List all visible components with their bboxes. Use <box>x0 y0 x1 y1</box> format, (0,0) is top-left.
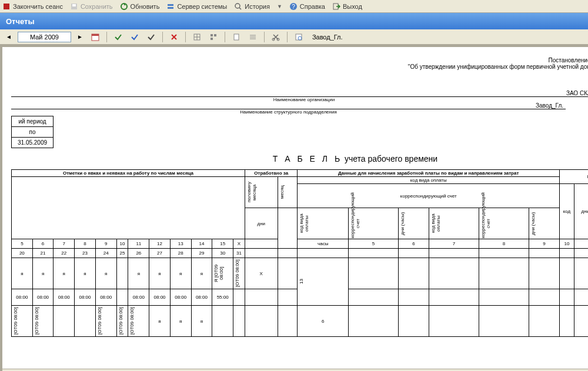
dropdown-arrow[interactable]: ▼ <box>277 4 282 9</box>
cell: я <box>12 258 33 289</box>
cell <box>479 306 529 337</box>
svg-point-6 <box>235 4 240 8</box>
day-cell: 10 <box>116 239 128 249</box>
cell <box>399 258 429 289</box>
list-button[interactable] <box>246 31 259 43</box>
cell: 08:00 <box>75 289 96 306</box>
next-period-button[interactable]: ► <box>75 34 85 40</box>
day-cell: 6 <box>32 239 54 249</box>
cell <box>348 258 398 289</box>
check-dark-button[interactable] <box>145 31 158 43</box>
page-button[interactable] <box>230 31 243 43</box>
timesheet-table: Отметки о явках и неявках на работу по ч… <box>11 169 588 337</box>
sub-corr2: корреспондирующий счет <box>480 209 491 238</box>
cell: 13 <box>298 258 349 306</box>
col-marks: Отметки о явках и неявках на работу по ч… <box>12 170 245 177</box>
preview-button[interactable] <box>292 31 305 43</box>
num-cell: 10 <box>560 239 574 249</box>
cell <box>574 249 588 258</box>
cell <box>560 249 574 258</box>
report-page: Унифицированная форма № Т-13 Постановлен… <box>2 47 588 340</box>
cell <box>429 258 479 289</box>
cell <box>429 249 479 258</box>
dept-sublabel: Наименование структурного подразделения <box>11 109 566 115</box>
num-cell: 6 <box>399 239 429 249</box>
calendar-button[interactable] <box>89 31 102 43</box>
help-button[interactable]: ? Справка <box>289 2 325 11</box>
cell <box>348 306 398 337</box>
cell: я <box>170 258 191 289</box>
col-absence: Неявки по причинам <box>560 170 588 184</box>
svg-rect-71 <box>211 38 213 40</box>
cell: 08:00 <box>12 289 33 306</box>
sub-dn1: дни (часы) <box>400 209 405 238</box>
day-cell: 24 <box>95 249 116 258</box>
cell: я <box>170 306 191 337</box>
server-icon <box>166 2 175 11</box>
cell: [ОТ09 08:00] <box>95 306 116 337</box>
content-area: Отчеты ◄ Май 2009 ► Завод_Гл. <box>0 13 588 371</box>
cell: 08:00 <box>149 289 171 306</box>
check-green-button[interactable] <box>112 31 125 43</box>
period-table: ий период по 31.05.2009 <box>11 116 54 148</box>
refresh-label: Обновить <box>131 3 160 10</box>
end-session-button[interactable]: Закончить сеанс <box>2 2 63 11</box>
exit-button[interactable]: Выход <box>332 2 362 11</box>
form-header: Унифицированная форма № Т-13 Постановлен… <box>11 50 588 70</box>
refresh-icon <box>120 2 128 11</box>
cell <box>245 239 278 249</box>
num-cell: 7 <box>429 239 479 249</box>
doc-title-1: Т А Б Е Л Ь <box>273 154 342 163</box>
report-area: Унифицированная форма № Т-13 Постановлен… <box>0 45 588 371</box>
cell: я <box>54 258 75 289</box>
cell: я <box>149 258 171 289</box>
dept-name: Завод_Гл. <box>11 102 566 109</box>
status-bar: Стр. 1/109 |◄ ◄ ► <box>2 369 588 371</box>
cell: 55:00 <box>212 289 233 306</box>
day-cell: 27 <box>149 249 171 258</box>
hours-label: часы <box>298 239 349 249</box>
day-cell: 7 <box>54 239 75 249</box>
day-cell: 15 <box>212 239 233 249</box>
day-cell: 8 <box>75 239 96 249</box>
refresh-button[interactable]: Обновить <box>120 2 160 11</box>
org-name: ЗАО СКАТ <box>11 90 588 97</box>
grid-button[interactable] <box>191 31 203 43</box>
sub-code2: код вида оплаты <box>430 209 441 238</box>
report-scroll[interactable]: Унифицированная форма № Т-13 Постановлен… <box>2 47 588 369</box>
cut-button[interactable] <box>269 31 282 43</box>
svg-rect-5 <box>168 7 173 9</box>
history-button[interactable]: История <box>234 2 270 11</box>
sub-code1: код вида оплаты <box>299 209 309 238</box>
col-days: дни <box>245 208 278 239</box>
cell <box>245 249 278 258</box>
period-display[interactable]: Май 2009 <box>18 32 71 42</box>
cell <box>479 249 529 258</box>
cell <box>574 258 588 289</box>
period-label: ий период <box>12 116 54 127</box>
prev-period-button[interactable]: ◄ <box>4 34 14 40</box>
cell <box>560 289 574 306</box>
save-button[interactable]: Сохранить <box>70 2 113 11</box>
cell: X <box>245 258 278 289</box>
save-label: Сохранить <box>81 3 113 10</box>
num-cell: 9 <box>529 239 560 249</box>
cell: Я [ОТ09 08:00] <box>212 258 233 289</box>
cell: 08:00 <box>54 289 75 306</box>
num-cell: 11 <box>574 239 588 249</box>
filter-button[interactable] <box>207 31 220 43</box>
cell <box>348 289 398 306</box>
sub-dn2: дни (часы) <box>530 209 536 238</box>
cell <box>116 258 128 289</box>
check-blue-button[interactable] <box>128 31 141 43</box>
org-sublabel: Наименование организации <box>11 97 588 102</box>
cell <box>560 306 574 337</box>
cell: 6 <box>298 306 349 337</box>
server-button[interactable]: Сервер системы <box>166 2 227 11</box>
day-cell: 9 <box>95 239 116 249</box>
save-icon <box>70 2 78 11</box>
period-po: по <box>12 127 54 138</box>
delete-button[interactable] <box>168 31 181 43</box>
form-title: Унифицированная форма № Т-13 <box>11 50 588 57</box>
cell <box>399 249 429 258</box>
